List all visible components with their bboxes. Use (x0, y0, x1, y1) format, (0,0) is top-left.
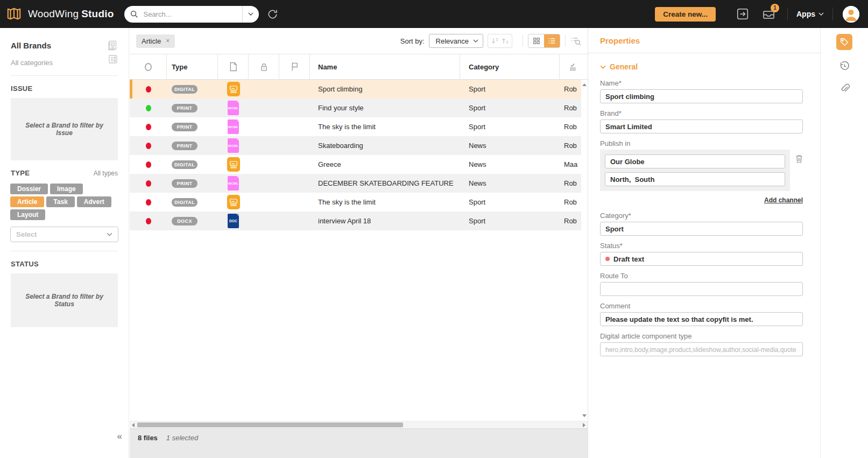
properties-tab-button[interactable] (836, 34, 852, 50)
status-select-placeholder: Select (16, 230, 37, 238)
route-to-label: Route To (600, 272, 803, 280)
table-row[interactable]: DIGITAL The sky is the limit Sport Rob (130, 193, 581, 212)
row-name: Greece (310, 155, 460, 174)
name-label: Name* (600, 79, 803, 87)
channel-field-editions[interactable] (605, 172, 785, 186)
add-channel-link[interactable]: Add channel (764, 196, 803, 204)
app-title-light: WoodWing (28, 8, 79, 19)
file-type-icon: WCML (228, 101, 239, 115)
refresh-icon[interactable] (267, 9, 278, 20)
sort-descending-icon (502, 37, 509, 45)
row-flag-cell (279, 98, 310, 117)
sort-select[interactable]: Relevance (429, 34, 483, 48)
sidebar-divider (11, 251, 118, 251)
collapse-sidebar-button[interactable]: « (117, 432, 122, 441)
results-toolbar: Article × Sort by: Relevance (130, 28, 588, 54)
table-row[interactable]: PRINT WCML The sky is the limit Sport Ro… (130, 117, 581, 136)
type-filter-chip[interactable]: Image (50, 184, 83, 194)
properties-panel: Properties General Name* Brand* Publish … (588, 28, 820, 458)
status-label: Status* (600, 242, 803, 250)
inbox-badge: 1 (771, 4, 779, 12)
remove-filter-icon[interactable]: × (166, 37, 170, 45)
column-type[interactable]: Type (167, 54, 218, 79)
name-field[interactable] (600, 89, 803, 103)
type-filter-chip[interactable]: Article (10, 196, 44, 207)
table-row[interactable]: PRINT WCML DECEMBER SKATEBOARDING FEATUR… (130, 174, 581, 193)
status-field[interactable]: Draft text (600, 252, 803, 266)
comment-field[interactable] (600, 312, 803, 326)
component-type-label: Digital article component type (600, 332, 803, 340)
categories-icon[interactable] (108, 54, 118, 64)
column-name[interactable]: Name (310, 54, 460, 79)
search-within-results-icon[interactable] (570, 36, 581, 46)
type-filter-chip[interactable]: Advert (77, 196, 111, 207)
status-dot-icon (146, 86, 151, 93)
grid-view-button[interactable] (528, 34, 544, 47)
column-status[interactable] (130, 54, 167, 79)
channel-field-our-globe[interactable] (605, 154, 785, 168)
brand-field[interactable] (600, 119, 803, 133)
type-filter-chip[interactable]: Layout (10, 209, 45, 220)
status-heading: STATUS (11, 260, 39, 268)
component-type-field[interactable] (600, 342, 803, 356)
version-history-icon[interactable] (838, 60, 850, 72)
table-row[interactable]: DIGITAL Greece News Maa (130, 155, 581, 174)
all-categories-label[interactable]: All categories (11, 59, 53, 67)
type-filter-chip[interactable]: Task (46, 196, 74, 207)
scroll-down-arrow-icon[interactable] (582, 414, 587, 417)
type-filter-chip[interactable]: Dossier (10, 184, 48, 194)
file-type-icon: WCML (228, 176, 239, 191)
type-badge: PRINT (172, 123, 197, 131)
customize-columns-icon[interactable] (569, 63, 577, 71)
column-lock[interactable] (249, 54, 279, 79)
column-flag[interactable] (279, 54, 310, 79)
category-field[interactable] (600, 222, 803, 236)
brand-icon[interactable] (107, 40, 118, 51)
all-brands-title[interactable]: All Brands (11, 41, 51, 50)
route-to-field[interactable] (600, 282, 803, 296)
global-search[interactable] (124, 6, 259, 23)
search-scope-dropdown[interactable] (243, 12, 259, 16)
status-dot-icon (146, 105, 151, 111)
issue-heading: ISSUE (11, 84, 33, 93)
table-row[interactable]: PRINT WCML Skateboarding News Rob (130, 136, 581, 155)
scrollbar-thumb[interactable] (137, 422, 403, 427)
list-view-button[interactable] (544, 34, 560, 47)
check-in-icon[interactable] (737, 8, 749, 20)
scroll-left-arrow-icon[interactable] (132, 423, 135, 427)
column-category[interactable]: Category (460, 54, 560, 79)
vertical-scrollbar[interactable] (581, 80, 588, 421)
sort-by-label: Sort by: (400, 37, 425, 45)
table-row[interactable]: PRINT WCML Find your style Sport Rob (130, 98, 581, 117)
row-extra: Rob (560, 212, 581, 230)
inbox-icon[interactable]: 1 (763, 9, 775, 20)
general-section-toggle[interactable]: General (600, 62, 803, 71)
table-row[interactable]: DIGITAL Sport climbing Sport Rob (130, 80, 581, 98)
type-badge: DIGITAL (172, 198, 197, 207)
filter-chip-article[interactable]: Article × (136, 34, 175, 48)
scroll-right-arrow-icon[interactable] (583, 423, 585, 427)
create-new-button[interactable]: Create new... (655, 7, 716, 22)
row-name: The sky is the limit (310, 117, 460, 136)
sort-direction-buttons[interactable] (488, 34, 512, 48)
apps-menu[interactable]: Apps (796, 10, 824, 18)
search-input[interactable] (142, 10, 242, 19)
row-category: Sport (460, 117, 560, 136)
table-header: Type Name Category (130, 54, 588, 80)
results-list: DIGITAL Sport climbing Sport Rob PRINT W… (130, 80, 588, 421)
all-types-link[interactable]: All types (94, 170, 118, 177)
row-lock-cell (249, 80, 279, 98)
horizontal-scrollbar[interactable] (130, 421, 588, 428)
app-title: WoodWingStudio (28, 8, 114, 20)
document-icon (229, 62, 237, 72)
delete-channel-icon[interactable] (790, 150, 803, 163)
status-select[interactable]: Select (10, 227, 118, 242)
type-heading: TYPE (11, 169, 30, 177)
sidebar: All Brands All categories ISSUE Select a… (0, 28, 129, 458)
avatar[interactable] (843, 6, 859, 23)
attachments-icon[interactable] (839, 82, 850, 93)
row-lock-cell (249, 155, 279, 174)
table-row[interactable]: DOCX DOC interview April 18 Sport Rob (130, 212, 581, 230)
scroll-up-arrow-icon[interactable] (582, 83, 587, 86)
column-file-format[interactable] (218, 54, 249, 79)
